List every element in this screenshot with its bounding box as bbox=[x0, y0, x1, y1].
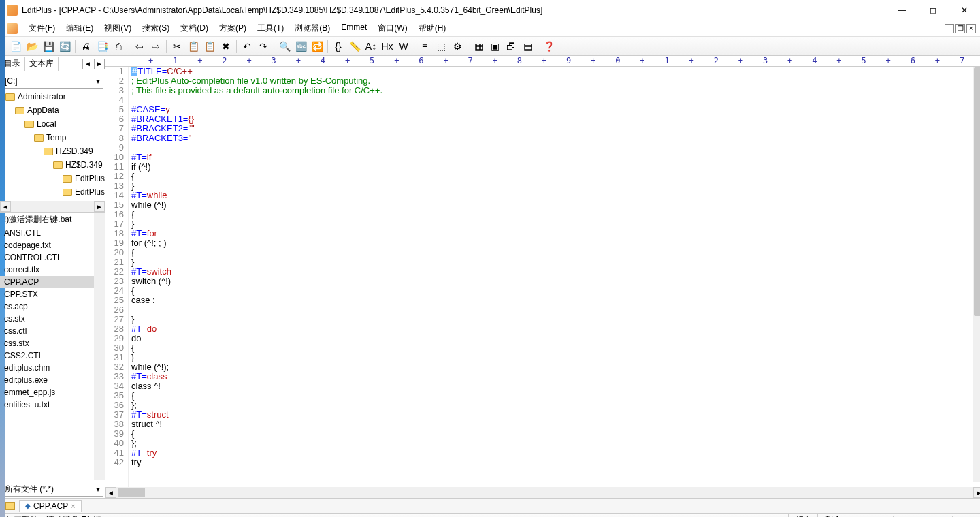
hscroll-right[interactable]: ► bbox=[973, 487, 980, 498]
code-line[interactable]: { bbox=[131, 248, 980, 257]
code-line[interactable]: #T=while bbox=[131, 191, 980, 200]
editor-vscroll[interactable] bbox=[973, 67, 980, 482]
code-line[interactable] bbox=[131, 95, 980, 105]
toolbar-button[interactable]: ⇦ bbox=[132, 39, 147, 54]
toolbar-button[interactable]: Hx bbox=[380, 39, 395, 54]
code-line[interactable]: while (^!); bbox=[131, 362, 980, 372]
file-item[interactable]: CSS2.CTL bbox=[0, 349, 105, 362]
code-line[interactable]: while (^!) bbox=[131, 200, 980, 210]
toolbar-button[interactable]: ⇨ bbox=[148, 39, 163, 54]
toolbar-button[interactable]: 🗗 bbox=[504, 39, 519, 54]
toolbar-button[interactable]: 📏 bbox=[347, 39, 362, 54]
code-line[interactable]: { bbox=[131, 343, 980, 353]
tree-scroll-right[interactable]: ► bbox=[94, 201, 105, 212]
toolbar-button[interactable]: A↕ bbox=[363, 39, 378, 54]
menu-item[interactable]: 搜索(S) bbox=[137, 21, 175, 35]
code-line[interactable]: { bbox=[131, 172, 980, 181]
code-line[interactable]: } bbox=[131, 315, 980, 324]
file-item[interactable]: cs.stx bbox=[0, 313, 105, 325]
code-line[interactable]: } bbox=[131, 257, 980, 267]
tab-close-icon[interactable]: × bbox=[71, 502, 75, 510]
toolbar-button[interactable]: ≡ bbox=[417, 39, 432, 54]
code-line[interactable]: class ^! bbox=[131, 381, 980, 391]
file-item[interactable]: editplus.chm bbox=[0, 362, 105, 374]
code-line[interactable]: do bbox=[131, 334, 980, 343]
code-line[interactable]: #T=class bbox=[131, 372, 980, 381]
code-line[interactable]: #BRACKET3='' bbox=[131, 134, 980, 143]
file-item[interactable]: CONTROL.CTL bbox=[0, 251, 105, 264]
code-line[interactable]: #T=for bbox=[131, 229, 980, 238]
mdi-restore-button[interactable]: ❐ bbox=[956, 24, 965, 33]
tree-node[interactable]: Local bbox=[0, 117, 105, 131]
menu-item[interactable]: 视图(V) bbox=[99, 21, 137, 35]
hscroll-left[interactable]: ◄ bbox=[105, 487, 116, 498]
tree-scroll-left[interactable]: ◄ bbox=[0, 201, 11, 212]
toolbar-button[interactable]: ▦ bbox=[471, 39, 486, 54]
folder-icon[interactable] bbox=[5, 502, 15, 510]
menu-item[interactable]: 窗口(W) bbox=[372, 21, 412, 35]
menu-item[interactable]: 工具(T) bbox=[252, 21, 289, 35]
file-list[interactable]: !)激活添删右键.batANSI.CTLcodepage.txtCONTROL.… bbox=[0, 213, 105, 480]
toolbar-button[interactable]: W bbox=[396, 39, 411, 54]
file-item[interactable]: codepage.txt bbox=[0, 239, 105, 251]
toolbar-button[interactable]: ↷ bbox=[256, 39, 271, 54]
code-line[interactable]: #T=struct bbox=[131, 410, 980, 420]
drive-select[interactable]: [C:] ▾ bbox=[1, 74, 103, 89]
toolbar-button[interactable]: ▤ bbox=[520, 39, 535, 54]
code-line[interactable]: #T=do bbox=[131, 324, 980, 334]
code-line[interactable] bbox=[131, 143, 980, 153]
file-item[interactable]: CPP.STX bbox=[0, 288, 105, 300]
toolbar-button[interactable]: ✂ bbox=[169, 39, 184, 54]
folder-tree[interactable]: AdministratorAppDataLocalTempHZ$D.349HZ$… bbox=[0, 90, 105, 213]
app-menu-icon[interactable] bbox=[7, 23, 18, 34]
toolbar-button[interactable]: ✖ bbox=[218, 39, 233, 54]
file-item[interactable]: ANSI.CTL bbox=[0, 227, 105, 239]
code-line[interactable]: #BRACKET1={} bbox=[131, 114, 980, 124]
code-line[interactable]: }; bbox=[131, 439, 980, 448]
file-item[interactable]: css.ctl bbox=[0, 325, 105, 337]
toolbar-button[interactable]: 📂 bbox=[24, 39, 39, 54]
code-line[interactable]: { bbox=[131, 286, 980, 296]
code-line[interactable]: #TITLE=C/C++ bbox=[131, 67, 980, 76]
toolbar-button[interactable]: {} bbox=[331, 39, 346, 54]
toolbar-button[interactable]: ⎙ bbox=[111, 39, 126, 54]
code-line[interactable]: try bbox=[131, 458, 980, 467]
menu-item[interactable]: 浏览器(B) bbox=[289, 21, 336, 35]
file-item[interactable]: editplus.exe bbox=[0, 374, 105, 386]
code-line[interactable]: } bbox=[131, 181, 980, 191]
file-filter[interactable]: 所有文件 (*.*) ▾ bbox=[1, 482, 103, 497]
toolbar-button[interactable]: 🖨 bbox=[78, 39, 93, 54]
tree-node[interactable]: EditPlus bbox=[0, 172, 105, 185]
code-line[interactable]: #T=if bbox=[131, 153, 980, 162]
code-line[interactable]: { bbox=[131, 210, 980, 219]
code-line[interactable]: struct ^! bbox=[131, 420, 980, 429]
menu-item[interactable]: 文件(F) bbox=[23, 21, 61, 35]
tree-node[interactable]: EditPlus bbox=[0, 185, 105, 199]
toolbar-button[interactable]: 📑 bbox=[95, 39, 110, 54]
code-line[interactable]: ; EditPlus Auto-completion file v1.0 wri… bbox=[131, 76, 980, 86]
code-line[interactable]: }; bbox=[131, 401, 980, 410]
editor-hscroll[interactable]: ◄ ► bbox=[105, 487, 980, 498]
menu-item[interactable]: 方案(P) bbox=[214, 21, 252, 35]
toolbar-button[interactable]: ⬚ bbox=[434, 39, 448, 54]
menu-item[interactable]: 文档(D) bbox=[175, 21, 214, 35]
menu-item[interactable]: Emmet bbox=[336, 21, 372, 35]
toolbar-button[interactable]: 🔤 bbox=[293, 39, 308, 54]
maximize-button[interactable]: ◻ bbox=[917, 0, 949, 20]
file-item[interactable]: entities_u.txt bbox=[0, 398, 105, 411]
toolbar-button[interactable]: 🔄 bbox=[57, 39, 72, 54]
toolbar-button[interactable]: 📄 bbox=[8, 39, 23, 54]
toolbar-button[interactable]: ⚙ bbox=[450, 39, 465, 54]
code-line[interactable]: { bbox=[131, 391, 980, 401]
filelist-vscroll[interactable] bbox=[94, 213, 105, 480]
file-item[interactable]: cs.acp bbox=[0, 300, 105, 313]
code-line[interactable]: for (^!; ; ) bbox=[131, 238, 980, 248]
toolbar-button[interactable]: 💾 bbox=[41, 39, 56, 54]
file-item[interactable]: css.stx bbox=[0, 337, 105, 349]
tree-node[interactable]: AppData bbox=[0, 104, 105, 117]
toolbar-button[interactable]: ❓ bbox=[541, 39, 556, 54]
code-line[interactable]: } bbox=[131, 219, 980, 229]
minimize-button[interactable]: — bbox=[886, 0, 917, 20]
tree-node[interactable]: HZ$D.349 bbox=[0, 158, 105, 172]
file-item[interactable]: correct.tlx bbox=[0, 264, 105, 276]
